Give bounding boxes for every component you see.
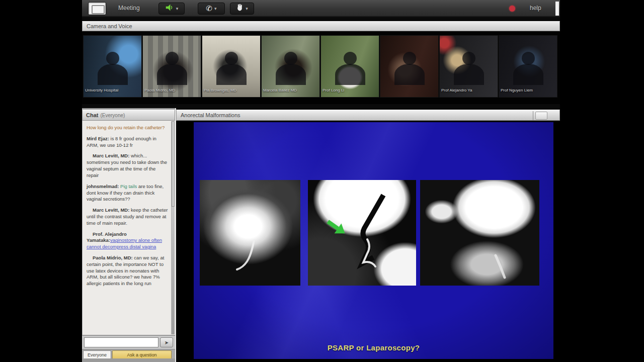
participant-silhouette [344, 52, 357, 65]
chat-message: How long do you retain the catheter? [87, 125, 169, 131]
speaker-icon [165, 4, 174, 14]
send-button[interactable]: ➤ [160, 337, 173, 347]
chevron-down-icon: ▾ [246, 6, 248, 11]
window-edge-handle[interactable] [555, 2, 559, 16]
chat-input-row: ➤ [82, 336, 175, 349]
chat-message: Marc Levitt, MD: keep the catheter until… [87, 207, 169, 226]
chat-tabs: Everyone Ask a question [82, 350, 175, 358]
chat-message-list: How long do you retain the catheter? Mir… [82, 121, 175, 335]
participant-name: Marcela Bailez MD [263, 88, 297, 93]
send-icon: ➤ [165, 340, 169, 345]
participant-name: University Hospital [85, 88, 118, 93]
chat-message-sender: Paola Midrio, MD: [93, 255, 133, 260]
participant-video: Marcela Bailez MD [261, 35, 320, 98]
chat-panel-titlebar[interactable]: Chat (Everyone) [82, 110, 175, 121]
meeting-app-window: Meeting ▾ ✆ ▾ [82, 0, 560, 362]
xray-image-3 [420, 180, 539, 286]
presentation-title: Anorectal Malformations [181, 112, 240, 118]
chat-panel-title: Chat [86, 112, 98, 118]
presentation-titlebar[interactable]: Anorectal Malformations [176, 110, 560, 121]
participant-tiles: University Hospital Paola Midrio, MD Pia… [83, 35, 557, 98]
participant-video: Prof Long Li [320, 35, 379, 98]
recording-indicator-icon [509, 6, 515, 12]
titlebar-divider [533, 111, 533, 120]
video-strip: University Hospital Paola Midrio, MD Pia… [82, 32, 560, 104]
slide-caption: PSARP or Laparoscopy? [194, 343, 553, 352]
chat-scrollbar-thumb[interactable] [172, 121, 175, 207]
chat-message: Prof. Alejandro Yamataka:vaginostomy alo… [87, 231, 169, 250]
participant-video: Prof Nguyen Liem [499, 35, 557, 98]
phone-button[interactable]: ✆ ▾ [198, 3, 225, 15]
xray-catheter-trace [200, 180, 300, 286]
participant-name: Prof Alejandro Ya [441, 88, 472, 93]
participant-video: Prof Alejandro Ya [439, 35, 498, 98]
hand-raise-button[interactable]: ▾ [230, 3, 254, 15]
xray-image-1 [200, 180, 300, 286]
xray-image-2 [308, 180, 416, 286]
participant-silhouette [166, 52, 179, 65]
audio-button[interactable]: ▾ [158, 3, 185, 15]
chat-tab-alert[interactable]: Ask a question [112, 350, 172, 358]
help-menu[interactable]: help [530, 5, 541, 12]
chat-message-body: How long do you retain the catheter? [87, 125, 165, 130]
participant-name: Paola Midrio, MD [144, 88, 175, 93]
participant-video: Pia Brownglis, MD [202, 35, 261, 98]
chat-panel: Chat (Everyone) How long do you retain t… [82, 108, 176, 362]
presentation-panel: Anorectal Malformations [176, 108, 560, 362]
participant-silhouette [284, 52, 297, 65]
chat-message: johnsmelmad: Pig tails are too fine, don… [87, 184, 169, 203]
green-arrow-icon [325, 218, 348, 236]
meeting-menu[interactable]: Meeting [118, 5, 140, 12]
chevron-down-icon: ▾ [214, 6, 217, 11]
participant-silhouette [403, 52, 416, 65]
chat-message: Marc Levitt, MD: which... sometimes you … [87, 153, 169, 178]
chat-input[interactable] [84, 337, 158, 347]
app-window-icon [88, 2, 106, 15]
participant-silhouette [225, 52, 238, 65]
chat-scope-label: (Everyone) [100, 113, 125, 118]
chat-message: Mird Ejaz: is 8 fr good enough in ARM, w… [87, 136, 169, 149]
chat-tab-label: Everyone [88, 352, 107, 357]
chat-message-sender: johnsmelmad: [87, 184, 119, 189]
slide: PSARP or Laparoscopy? [194, 122, 553, 359]
camera-panel-titlebar[interactable]: Camera and Voice [82, 21, 560, 31]
phone-icon: ✆ [206, 4, 212, 13]
chat-message-sender: Marc Levitt, MD: [93, 153, 129, 158]
toolbar: Meeting ▾ ✆ ▾ [82, 0, 560, 17]
participant-video: Paola Midrio, MD [142, 35, 201, 98]
participant-name: Pia Brownglis, MD [204, 88, 236, 93]
screen: Meeting ▾ ✆ ▾ [0, 0, 644, 362]
chat-tab-everyone[interactable]: Everyone [83, 350, 111, 358]
participant-name: Prof Nguyen Liem [501, 88, 533, 93]
chat-message: Paola Midrio, MD: can we say, at certain… [87, 255, 169, 287]
participant-name: Prof Long Li [323, 88, 344, 93]
participant-video: University Hospital [83, 35, 142, 98]
presentation-body: PSARP or Laparoscopy? [176, 121, 560, 362]
chat-scrollbar[interactable] [171, 121, 175, 334]
chevron-down-icon: ▾ [176, 6, 179, 11]
participant-silhouette [106, 52, 119, 65]
xray-tail-trace [420, 180, 539, 286]
chat-message-sender: Mird Ejaz: [87, 136, 109, 141]
camera-panel-title: Camera and Voice [87, 23, 132, 29]
chat-message-sender: Marc Levitt, MD: [93, 207, 129, 213]
participant-silhouette [522, 52, 535, 65]
xray-fistula-trace [308, 180, 416, 286]
chat-tab-label: Ask a question [127, 352, 157, 357]
chat-message-highlight: Pig tails [119, 184, 137, 189]
participant-silhouette [462, 52, 475, 65]
presentation-options-button[interactable] [535, 112, 547, 120]
hand-icon [236, 4, 244, 14]
participant-video [380, 35, 439, 98]
